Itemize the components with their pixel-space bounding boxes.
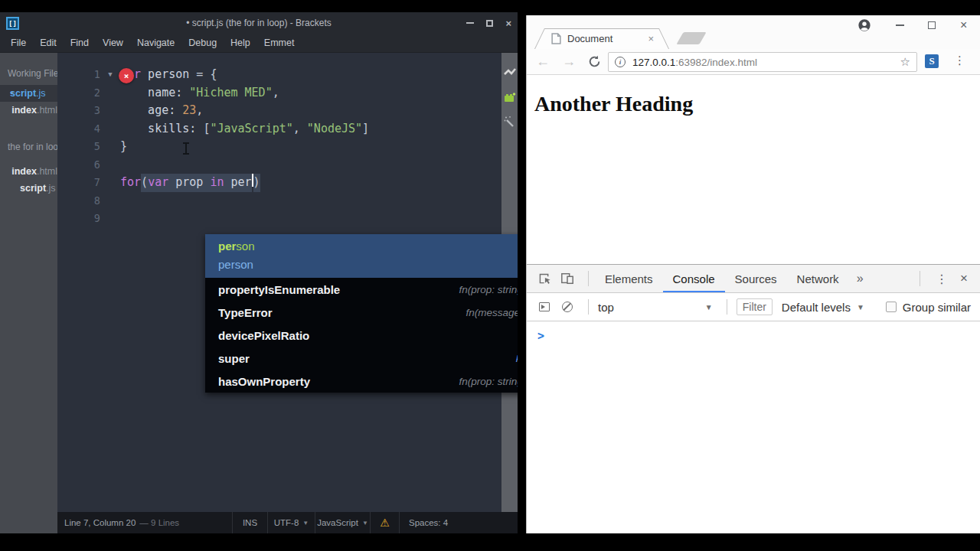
file-name: script	[20, 183, 46, 194]
more-tabs-icon[interactable]: »	[849, 272, 871, 285]
code-line[interactable]: 9	[57, 210, 518, 228]
code-token: var	[148, 174, 168, 192]
menu-view[interactable]: View	[103, 37, 123, 48]
line-number: 1	[57, 66, 100, 84]
hint-type: fn(prop: string) : bool	[459, 376, 518, 387]
hint-name: super	[218, 352, 516, 365]
fold-gutter	[100, 192, 120, 210]
menu-debug[interactable]: Debug	[188, 37, 217, 48]
code-line[interactable]: 2 name: "Hichem MED",	[57, 84, 518, 103]
working-file-script[interactable]: •script.js	[0, 85, 57, 102]
menu-help[interactable]: Help	[230, 37, 250, 48]
code-token: [	[203, 120, 210, 139]
hint-item[interactable]: superkeyword	[205, 347, 518, 370]
reload-icon[interactable]	[588, 55, 601, 68]
fold-gutter	[100, 210, 120, 228]
insert-mode-indicator[interactable]: INS	[232, 512, 267, 533]
code-token: = {	[196, 66, 217, 84]
hint-selected-group[interactable]: personperson	[205, 234, 518, 278]
inspect-element-icon[interactable]	[536, 270, 553, 287]
code-token: ,	[196, 102, 203, 120]
devtools-tab-network[interactable]: Network	[787, 265, 849, 292]
group-similar-checkbox[interactable]	[886, 302, 897, 312]
new-tab-button[interactable]	[676, 32, 706, 44]
working-file-index[interactable]: index.html	[0, 102, 57, 119]
lint-error-badge[interactable]	[119, 68, 134, 83]
browser-menu-icon[interactable]: ⋮	[954, 54, 965, 67]
devtools-close-icon[interactable]	[957, 271, 971, 286]
code-token: in	[210, 174, 224, 192]
console-prompt[interactable]	[537, 329, 544, 343]
encoding-selector[interactable]: UTF-8▼	[267, 512, 315, 533]
dirty-dot: •	[0, 88, 10, 99]
console-toolbar: top ▼ Filter Default levels ▼ Group simi…	[527, 293, 980, 321]
code-token: ]	[362, 120, 369, 139]
extension-s-icon[interactable]: S	[925, 54, 939, 68]
chevron-down-icon: ▼	[857, 303, 864, 311]
code-editor[interactable]: 1▼var person = {2 name: "Hichem MED",3 a…	[57, 53, 518, 512]
hint-item[interactable]: devicePixelRationumber	[205, 324, 518, 347]
code-line[interactable]: 8	[57, 192, 518, 210]
devtools-tab-elements[interactable]: Elements	[595, 265, 663, 292]
maximize-icon[interactable]	[928, 19, 936, 31]
close-icon[interactable]	[505, 18, 511, 28]
profile-icon[interactable]	[858, 19, 871, 31]
language-selector[interactable]: JavaScript▼	[315, 512, 370, 533]
code-line[interactable]: 3 age: 23,	[57, 102, 518, 120]
line-number: 5	[57, 138, 100, 156]
beautify-wand-icon[interactable]	[504, 116, 516, 128]
context-selector[interactable]: top ▼	[595, 301, 720, 314]
hint-selected-item[interactable]: person	[205, 237, 518, 256]
filter-input[interactable]: Filter	[737, 298, 773, 315]
code-line[interactable]: 7for(var prop in per)	[57, 174, 518, 192]
code-line[interactable]: 6	[57, 156, 518, 174]
mouse-ibeam-cursor	[185, 142, 187, 155]
extension-manager-icon[interactable]	[504, 91, 516, 103]
menu-navigate[interactable]: Navigate	[137, 37, 175, 48]
brackets-window: [] • script.js (the for in loop) - Brack…	[0, 12, 518, 533]
log-level-selector[interactable]: Default levels ▼	[782, 301, 872, 314]
url-text[interactable]: 127.0.0.1:63982/index.html	[632, 57, 893, 68]
hint-selected-item[interactable]: person	[205, 256, 518, 274]
code-token: prop	[168, 174, 210, 192]
code-token: for	[120, 174, 141, 192]
clear-console-icon[interactable]	[559, 298, 576, 315]
project-file-index[interactable]: index.html	[0, 163, 57, 180]
devtools-tab-console[interactable]: Console	[663, 265, 725, 292]
menu-edit[interactable]: Edit	[40, 37, 57, 48]
info-icon[interactable]: i	[615, 57, 626, 67]
code-token: "Hichem MED"	[189, 84, 272, 103]
console-output[interactable]	[527, 321, 980, 343]
menu-file[interactable]: File	[11, 37, 26, 48]
back-icon[interactable]: ←	[536, 54, 550, 69]
project-name[interactable]: the for in loop	[8, 142, 57, 152]
tab-close-icon[interactable]	[648, 33, 654, 44]
lint-warning-cell[interactable]: ⚠	[370, 512, 399, 533]
device-toolbar-icon[interactable]	[559, 270, 576, 287]
address-bar[interactable]: i 127.0.0.1:63982/index.html ☆	[608, 52, 917, 72]
project-file-script[interactable]: script.js	[0, 180, 57, 197]
forward-icon[interactable]: →	[562, 54, 576, 69]
browser-tab[interactable]: Document	[534, 28, 669, 49]
maximize-icon[interactable]	[486, 20, 493, 27]
minimize-icon[interactable]	[896, 19, 904, 31]
hint-item[interactable]: TypeErrorfn(message: string)	[205, 301, 518, 324]
menu-find[interactable]: Find	[70, 37, 89, 48]
live-preview-icon[interactable]	[504, 67, 516, 79]
close-icon[interactable]	[960, 19, 967, 31]
console-sidebar-icon[interactable]	[536, 298, 553, 315]
menu-emmet[interactable]: Emmet	[264, 37, 295, 48]
code-line[interactable]: 5}	[57, 138, 518, 156]
hint-item[interactable]: propertyIsEnumerablefn(prop: string) : b…	[205, 278, 518, 301]
code-line[interactable]: 4 skills: ["JavaScript", "NodeJS"]	[57, 120, 518, 139]
devtools-menu-icon[interactable]: ⋮	[926, 272, 957, 286]
menu-bar: FileEditFindViewNavigateDebugHelpEmmet	[0, 34, 518, 52]
indent-setting[interactable]: Spaces: 4	[399, 512, 518, 533]
devtools-tab-sources[interactable]: Sources	[725, 265, 787, 292]
bookmark-star-icon[interactable]: ☆	[900, 55, 910, 69]
fold-gutter	[100, 102, 120, 120]
minimize-icon[interactable]	[466, 22, 474, 24]
page-heading: Another Heading	[527, 75, 980, 116]
hint-item[interactable]: hasOwnPropertyfn(prop: string) : bool	[205, 370, 518, 393]
chrome-frame: Document	[527, 15, 980, 49]
